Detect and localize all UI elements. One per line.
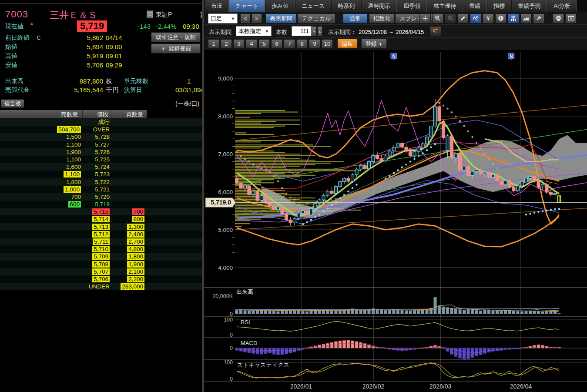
order-book-row[interactable]: 1,1005,725 — [0, 156, 202, 163]
trade-caution-button[interactable]: 取引注意・規制 — [151, 32, 201, 42]
order-book-row[interactable]: 1,6005,724 — [0, 163, 202, 171]
prev-button[interactable]: < — [240, 13, 251, 23]
wrench-button[interactable] — [533, 13, 544, 23]
plus-button[interactable] — [419, 13, 431, 23]
svg-text:2026/02: 2026/02 — [362, 383, 385, 390]
tab-ニュース[interactable]: ニュース — [295, 0, 331, 12]
period-label: 表示期間 — [209, 28, 231, 36]
technical-button[interactable]: テクニカル — [298, 13, 335, 23]
tab-四季報[interactable]: 四季報 — [397, 0, 427, 12]
current-price-tag: 5,719.0 — [205, 198, 236, 207]
price-chart[interactable]: 9,0008,0007,0006,0005,0004,000NN5,719.02… — [205, 50, 587, 392]
chart-canvas[interactable]: 9,0008,0007,0006,0005,0004,000NN5,719.02… — [205, 50, 587, 392]
order-book-row[interactable]: UNDER263,000 — [0, 283, 202, 290]
next-button[interactable]: > — [252, 13, 262, 23]
tab-業績[interactable]: 業績 — [463, 0, 487, 12]
order-book-row[interactable]: 1,8005,722 — [0, 178, 202, 186]
pencil-button[interactable] — [457, 13, 469, 23]
svg-text:出来高: 出来高 — [236, 288, 253, 295]
spinner-down-button[interactable]: ▼ — [312, 26, 317, 36]
trendline-button[interactable] — [470, 13, 481, 23]
order-book-row[interactable]: 5,7104,800 — [0, 245, 202, 253]
stock-name: 三井Ｅ＆Ｓ — [50, 9, 97, 22]
tab-bar-filler — [577, 0, 587, 12]
reset-period-button[interactable] — [430, 26, 441, 36]
tab-指標[interactable]: 指標 — [487, 0, 511, 12]
order-book-row[interactable]: 5,714800 — [0, 215, 202, 223]
tab-チャート[interactable]: チャート — [229, 0, 265, 12]
register-button[interactable]: 登録 ▼ — [361, 39, 387, 49]
count-input[interactable]: 111 — [292, 26, 312, 36]
preset-5-button[interactable]: 5 — [258, 39, 270, 48]
popout-button[interactable] — [565, 13, 577, 23]
svg-text:MACD: MACD — [241, 340, 257, 346]
order-book-row[interactable]: 5,7081,900 — [0, 261, 202, 268]
preset-toolbar: 12345678910 編集 登録 ▼ — [205, 38, 587, 50]
sell-qty-header: 売数量 — [0, 110, 83, 118]
composite-board-button[interactable]: 複合板 — [1, 99, 24, 108]
indexed-mode-button[interactable]: 指数化 — [369, 13, 395, 23]
preset-4-button[interactable]: 4 — [246, 39, 257, 48]
tab-AI分析[interactable]: AI分析 — [547, 0, 577, 12]
tab-業績予測[interactable]: 業績予測 — [511, 0, 547, 12]
current-price: 5,719 — [77, 20, 107, 32]
per-share-label: (一株/口) — [175, 100, 199, 108]
order-book-row[interactable]: 成行 — [0, 118, 202, 126]
order-book-row[interactable]: 5,7062,200 — [0, 275, 202, 283]
preset-7-button[interactable]: 7 — [284, 39, 295, 48]
preset-9-button[interactable]: 9 — [309, 39, 320, 48]
svg-text:2026/01: 2026/01 — [290, 383, 312, 390]
preset-6-button[interactable]: 6 — [271, 39, 282, 48]
order-book-row[interactable]: 1,1005,727 — [0, 141, 202, 148]
yen-button[interactable]: ¥ — [483, 13, 494, 23]
svg-text:8,000: 8,000 — [218, 113, 233, 120]
preset-2-button[interactable]: 2 — [221, 39, 232, 48]
info-button[interactable]: i — [495, 13, 506, 23]
preset-8-button[interactable]: 8 — [296, 39, 308, 48]
order-book-row[interactable]: 504,700OVER — [0, 126, 202, 133]
order-book-row[interactable]: 5,715700 — [0, 208, 202, 215]
preset-10-button[interactable]: 10 — [322, 39, 333, 48]
order-book-row[interactable]: 1,9005,726 — [0, 148, 202, 156]
period-toolbar: 表示期間 本数指定▼ 本数 111 ▼ ▲ 表示期間： 2025/12/08 ～… — [205, 25, 587, 38]
svg-text:6,000: 6,000 — [218, 189, 233, 195]
order-book-row[interactable]: 1,5005,728 — [0, 133, 202, 141]
printer-button[interactable] — [553, 13, 564, 23]
area-chart-button[interactable] — [520, 13, 532, 23]
order-book-row[interactable]: 1,0005,721 — [0, 186, 202, 193]
edit-button[interactable]: 編集 — [337, 39, 357, 49]
order-book-row[interactable]: 7005,720 — [0, 193, 202, 201]
spinner-up-button[interactable]: ▲ — [317, 26, 322, 36]
order-book-row[interactable]: 6005,719 — [0, 201, 202, 208]
svg-text:ストキャスティクス: ストキャスティクス — [237, 362, 289, 368]
preset-1-button[interactable]: 1 — [208, 39, 219, 48]
my-chart-button[interactable]: MY — [508, 13, 519, 23]
preset-3-button[interactable]: 3 — [233, 39, 245, 48]
order-book-row[interactable]: 5,7112,700 — [0, 238, 202, 245]
order-book: 売数量 値段 買数量 成行504,700OVER1,5005,7281,1005… — [0, 110, 202, 290]
quote-time: 09:30 — [183, 23, 199, 30]
svg-text:100: 100 — [224, 359, 233, 365]
order-book-row[interactable]: 5,7072,100 — [0, 268, 202, 275]
order-book-row[interactable]: 5,7122,400 — [0, 231, 202, 238]
tab-株主優待[interactable]: 株主優待 — [427, 0, 463, 12]
display-period-button[interactable]: 表示期間 — [265, 13, 297, 23]
order-book-row[interactable]: 5,7131,300 — [0, 223, 202, 231]
price-change-percent: -2.44% — [156, 23, 177, 30]
count-mode-select[interactable]: 本数指定▼ — [236, 26, 272, 36]
zoom-out-button — [445, 13, 456, 23]
svg-text:7,000: 7,000 — [218, 151, 233, 157]
tab-時系列[interactable]: 時系列 — [331, 0, 361, 12]
svg-text:¥: ¥ — [486, 15, 490, 21]
range-label: 表示期間： — [328, 28, 356, 36]
chevron-down-icon: ▼ — [231, 14, 235, 23]
tab-適時開示[interactable]: 適時開示 — [361, 0, 397, 12]
order-book-row[interactable]: 1,1005,723 — [0, 171, 202, 178]
order-book-row[interactable]: 5,7091,800 — [0, 253, 202, 260]
interval-select[interactable]: 日足▼ — [208, 13, 238, 23]
add-watchlist-button[interactable]: ＋銘柄登録 — [151, 44, 201, 54]
normal-mode-button[interactable]: 通常 — [343, 13, 367, 23]
tab-歩み値[interactable]: 歩み値 — [265, 0, 295, 12]
tab-市況[interactable]: 市況 — [205, 0, 229, 12]
zoom-in-button[interactable] — [432, 13, 443, 23]
